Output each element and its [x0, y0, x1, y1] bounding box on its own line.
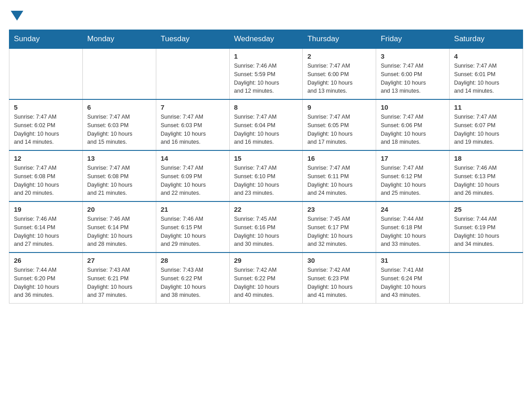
- logo-triangle-icon: [11, 11, 23, 21]
- week-row-2: 5Sunrise: 7:47 AM Sunset: 6:02 PM Daylig…: [9, 99, 523, 150]
- calendar-cell: 4Sunrise: 7:47 AM Sunset: 6:01 PM Daylig…: [450, 48, 523, 99]
- day-info: Sunrise: 7:47 AM Sunset: 6:08 PM Dayligh…: [87, 164, 151, 197]
- weekday-header-sunday: Sunday: [9, 30, 83, 49]
- day-info: Sunrise: 7:47 AM Sunset: 6:10 PM Dayligh…: [234, 164, 298, 197]
- day-number: 26: [14, 257, 78, 264]
- day-number: 17: [381, 154, 445, 162]
- weekday-header-saturday: Saturday: [450, 30, 523, 49]
- day-info: Sunrise: 7:43 AM Sunset: 6:21 PM Dayligh…: [87, 266, 151, 300]
- day-number: 7: [161, 103, 225, 111]
- calendar-cell: 31Sunrise: 7:41 AM Sunset: 6:24 PM Dayli…: [376, 253, 450, 304]
- day-number: 9: [307, 103, 371, 111]
- calendar-cell: 20Sunrise: 7:46 AM Sunset: 6:14 PM Dayli…: [82, 201, 156, 253]
- day-info: Sunrise: 7:47 AM Sunset: 6:07 PM Dayligh…: [454, 113, 518, 146]
- week-row-4: 19Sunrise: 7:46 AM Sunset: 6:14 PM Dayli…: [9, 201, 523, 253]
- day-info: Sunrise: 7:41 AM Sunset: 6:24 PM Dayligh…: [381, 266, 445, 300]
- calendar-cell: 15Sunrise: 7:47 AM Sunset: 6:10 PM Dayli…: [229, 150, 303, 201]
- day-number: 22: [234, 206, 298, 213]
- calendar-cell: 21Sunrise: 7:46 AM Sunset: 6:15 PM Dayli…: [156, 201, 229, 253]
- day-number: 18: [454, 154, 518, 162]
- weekday-header-thursday: Thursday: [303, 30, 376, 49]
- calendar-cell: 28Sunrise: 7:43 AM Sunset: 6:22 PM Dayli…: [156, 253, 229, 304]
- day-number: 5: [14, 103, 78, 111]
- day-number: 6: [87, 103, 151, 111]
- day-info: Sunrise: 7:46 AM Sunset: 6:14 PM Dayligh…: [87, 215, 151, 248]
- day-number: 30: [307, 257, 371, 264]
- day-number: 3: [381, 52, 445, 60]
- calendar-cell: 19Sunrise: 7:46 AM Sunset: 6:14 PM Dayli…: [9, 201, 83, 253]
- day-info: Sunrise: 7:46 AM Sunset: 6:15 PM Dayligh…: [161, 215, 225, 248]
- day-number: 14: [161, 154, 225, 162]
- day-number: 31: [381, 257, 445, 264]
- day-number: 19: [14, 206, 78, 213]
- day-number: 15: [234, 154, 298, 162]
- day-number: 10: [381, 103, 445, 111]
- day-info: Sunrise: 7:47 AM Sunset: 6:05 PM Dayligh…: [307, 113, 371, 146]
- calendar-cell: 11Sunrise: 7:47 AM Sunset: 6:07 PM Dayli…: [450, 99, 523, 150]
- day-info: Sunrise: 7:45 AM Sunset: 6:16 PM Dayligh…: [234, 215, 298, 248]
- calendar-cell: [450, 253, 523, 304]
- day-info: Sunrise: 7:42 AM Sunset: 6:22 PM Dayligh…: [234, 266, 298, 300]
- calendar-cell: 14Sunrise: 7:47 AM Sunset: 6:09 PM Dayli…: [156, 150, 229, 201]
- day-info: Sunrise: 7:47 AM Sunset: 6:03 PM Dayligh…: [87, 113, 151, 146]
- day-info: Sunrise: 7:47 AM Sunset: 6:08 PM Dayligh…: [14, 164, 78, 197]
- logo: [9, 9, 23, 21]
- calendar-cell: 6Sunrise: 7:47 AM Sunset: 6:03 PM Daylig…: [82, 99, 156, 150]
- weekday-header-wednesday: Wednesday: [229, 30, 303, 49]
- day-number: 23: [307, 206, 371, 213]
- day-number: 27: [87, 257, 151, 264]
- day-number: 24: [381, 206, 445, 213]
- day-info: Sunrise: 7:47 AM Sunset: 6:03 PM Dayligh…: [161, 113, 225, 146]
- day-number: 25: [454, 206, 518, 213]
- calendar-cell: [156, 48, 229, 99]
- day-info: Sunrise: 7:47 AM Sunset: 6:12 PM Dayligh…: [381, 164, 445, 197]
- page-header: [9, 9, 523, 21]
- calendar-cell: 7Sunrise: 7:47 AM Sunset: 6:03 PM Daylig…: [156, 99, 229, 150]
- calendar-cell: 13Sunrise: 7:47 AM Sunset: 6:08 PM Dayli…: [82, 150, 156, 201]
- calendar-table: SundayMondayTuesdayWednesdayThursdayFrid…: [9, 30, 523, 304]
- calendar-cell: 16Sunrise: 7:47 AM Sunset: 6:11 PM Dayli…: [303, 150, 376, 201]
- calendar-cell: 26Sunrise: 7:44 AM Sunset: 6:20 PM Dayli…: [9, 253, 83, 304]
- calendar-cell: 10Sunrise: 7:47 AM Sunset: 6:06 PM Dayli…: [376, 99, 450, 150]
- calendar-cell: 3Sunrise: 7:47 AM Sunset: 6:00 PM Daylig…: [376, 48, 450, 99]
- calendar-cell: 30Sunrise: 7:42 AM Sunset: 6:23 PM Dayli…: [303, 253, 376, 304]
- day-number: 29: [234, 257, 298, 264]
- weekday-header-row: SundayMondayTuesdayWednesdayThursdayFrid…: [9, 30, 523, 49]
- week-row-5: 26Sunrise: 7:44 AM Sunset: 6:20 PM Dayli…: [9, 253, 523, 304]
- day-info: Sunrise: 7:47 AM Sunset: 6:00 PM Dayligh…: [307, 62, 371, 95]
- day-number: 12: [14, 154, 78, 162]
- calendar-cell: 24Sunrise: 7:44 AM Sunset: 6:18 PM Dayli…: [376, 201, 450, 253]
- week-row-3: 12Sunrise: 7:47 AM Sunset: 6:08 PM Dayli…: [9, 150, 523, 201]
- day-info: Sunrise: 7:44 AM Sunset: 6:20 PM Dayligh…: [14, 266, 78, 300]
- week-row-1: 1Sunrise: 7:46 AM Sunset: 5:59 PM Daylig…: [9, 48, 523, 99]
- day-number: 20: [87, 206, 151, 213]
- day-number: 1: [234, 52, 298, 60]
- day-info: Sunrise: 7:47 AM Sunset: 6:00 PM Dayligh…: [381, 62, 445, 95]
- day-info: Sunrise: 7:46 AM Sunset: 5:59 PM Dayligh…: [234, 62, 298, 95]
- calendar-cell: 23Sunrise: 7:45 AM Sunset: 6:17 PM Dayli…: [303, 201, 376, 253]
- calendar-cell: [9, 48, 83, 99]
- day-number: 13: [87, 154, 151, 162]
- day-info: Sunrise: 7:43 AM Sunset: 6:22 PM Dayligh…: [161, 266, 225, 300]
- day-number: 16: [307, 154, 371, 162]
- calendar-cell: 9Sunrise: 7:47 AM Sunset: 6:05 PM Daylig…: [303, 99, 376, 150]
- day-info: Sunrise: 7:47 AM Sunset: 6:01 PM Dayligh…: [454, 62, 518, 95]
- day-info: Sunrise: 7:47 AM Sunset: 6:06 PM Dayligh…: [381, 113, 445, 146]
- day-number: 21: [161, 206, 225, 213]
- day-number: 11: [454, 103, 518, 111]
- day-info: Sunrise: 7:46 AM Sunset: 6:13 PM Dayligh…: [454, 164, 518, 197]
- day-info: Sunrise: 7:46 AM Sunset: 6:14 PM Dayligh…: [14, 215, 78, 248]
- calendar-cell: [82, 48, 156, 99]
- calendar-cell: 1Sunrise: 7:46 AM Sunset: 5:59 PM Daylig…: [229, 48, 303, 99]
- day-info: Sunrise: 7:45 AM Sunset: 6:17 PM Dayligh…: [307, 215, 371, 248]
- day-number: 4: [454, 52, 518, 60]
- day-info: Sunrise: 7:47 AM Sunset: 6:09 PM Dayligh…: [161, 164, 225, 197]
- calendar-cell: 27Sunrise: 7:43 AM Sunset: 6:21 PM Dayli…: [82, 253, 156, 304]
- day-number: 28: [161, 257, 225, 264]
- day-info: Sunrise: 7:44 AM Sunset: 6:19 PM Dayligh…: [454, 215, 518, 248]
- calendar-cell: 17Sunrise: 7:47 AM Sunset: 6:12 PM Dayli…: [376, 150, 450, 201]
- calendar-cell: 5Sunrise: 7:47 AM Sunset: 6:02 PM Daylig…: [9, 99, 83, 150]
- calendar-cell: 18Sunrise: 7:46 AM Sunset: 6:13 PM Dayli…: [450, 150, 523, 201]
- calendar-cell: 22Sunrise: 7:45 AM Sunset: 6:16 PM Dayli…: [229, 201, 303, 253]
- day-info: Sunrise: 7:47 AM Sunset: 6:02 PM Dayligh…: [14, 113, 78, 146]
